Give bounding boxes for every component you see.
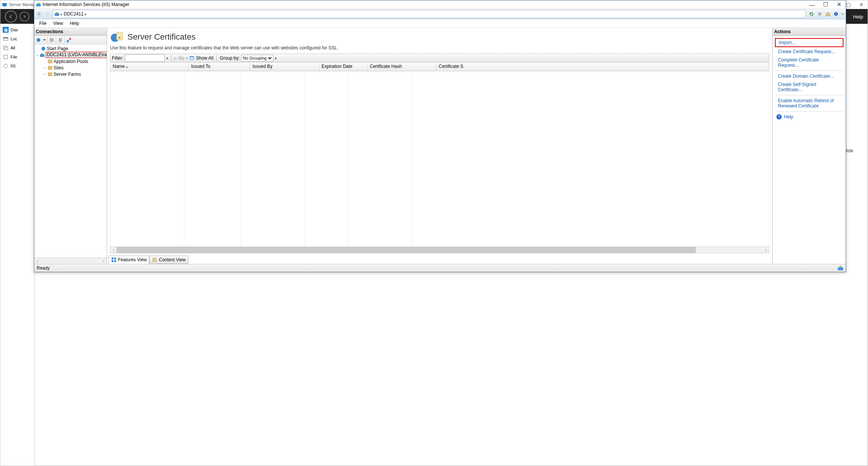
tree-server-node[interactable]: ⌄ DDC2411 (LVDA-ANSIBLE\ran: [34, 52, 107, 58]
svg-rect-3: [3, 37, 8, 38]
scroll-left-icon[interactable]: ‹: [110, 248, 116, 252]
action-import[interactable]: Import...: [775, 38, 844, 47]
filter-dropdown-icon[interactable]: ▾: [166, 56, 168, 60]
svg-rect-33: [112, 258, 113, 259]
iis-back-button[interactable]: [35, 10, 43, 18]
svg-rect-38: [152, 259, 157, 260]
filter-label: Filter:: [112, 55, 123, 61]
col-issued-by[interactable]: Issued By: [250, 63, 319, 71]
svg-rect-18: [50, 38, 54, 42]
delete-button[interactable]: [57, 37, 64, 43]
tab-content-view[interactable]: Content View: [149, 256, 188, 264]
help-dropdown-button[interactable]: ?: [832, 10, 840, 18]
menu-file[interactable]: File: [36, 20, 50, 27]
connections-hscroll[interactable]: ‹ ›: [34, 258, 107, 264]
tab-features-label: Features View: [118, 257, 147, 262]
help-icon: ?: [776, 114, 782, 120]
tree-sites[interactable]: › Sites: [34, 64, 107, 71]
sm-side-nav: ▦ Das Loc All File: [0, 24, 35, 466]
menu-help[interactable]: Help: [66, 20, 83, 27]
filter-input[interactable]: [125, 54, 165, 62]
page-title: Server Certificates: [127, 32, 196, 42]
scroll-right-icon[interactable]: ›: [101, 259, 107, 263]
nav-file-services[interactable]: File: [0, 52, 34, 61]
iis-maximize-button[interactable]: ☐: [819, 0, 832, 9]
tab-features-view[interactable]: Features View: [109, 256, 149, 264]
col-store[interactable]: Certificate S: [436, 63, 769, 71]
col-name[interactable]: Name: [110, 63, 189, 71]
server-node-icon: [40, 52, 45, 58]
status-config-icon[interactable]: [837, 265, 844, 271]
up-level-button[interactable]: [66, 37, 72, 43]
svg-rect-37: [152, 258, 157, 259]
home-button[interactable]: [824, 10, 832, 18]
grid-body[interactable]: [110, 71, 769, 246]
breadcrumb[interactable]: ▸ DDC2411 ▸: [52, 10, 806, 18]
go-button[interactable]: Go: [178, 55, 184, 61]
connections-tree[interactable]: Start Page ⌄ DDC2411 (LVDA-ANSIBLE\ran A…: [34, 44, 107, 258]
close-button[interactable]: ✕: [855, 0, 868, 9]
tree-expand-icon[interactable]: ›: [43, 72, 47, 76]
scroll-right-icon[interactable]: ›: [763, 248, 769, 252]
nav-iis[interactable]: IIS: [0, 61, 34, 71]
connect-button[interactable]: [35, 37, 42, 43]
server-manager-icon: [2, 2, 7, 7]
iis-forward-button[interactable]: [43, 10, 52, 18]
tab-content-label: Content View: [159, 257, 185, 262]
col-expiration[interactable]: Expiration Date: [319, 63, 367, 71]
filter-bar: Filter: ▾ ▹ Go ▾ Show All Group by: No G…: [110, 54, 769, 63]
iis-manager-window: Internet Information Services (IIS) Mana…: [34, 0, 846, 272]
connect-dropdown[interactable]: [43, 37, 46, 43]
col-hash[interactable]: Certificate Hash: [367, 63, 436, 71]
app-pools-icon: [47, 59, 53, 64]
help-dropdown-arrow[interactable]: [840, 10, 845, 18]
actions-pane: Actions Import... Create Certificate Req…: [773, 28, 846, 264]
save-button[interactable]: [48, 37, 55, 43]
svg-rect-12: [55, 13, 59, 16]
iis-close-button[interactable]: ✕: [832, 0, 846, 9]
breadcrumb-server[interactable]: DDC2411: [64, 11, 84, 17]
tree-server-farms[interactable]: › Server Farms: [34, 71, 107, 77]
nav-all-servers[interactable]: All: [0, 43, 34, 52]
tree-collapse-icon[interactable]: ⌄: [36, 53, 39, 57]
svg-rect-1: [4, 6, 5, 7]
tree-app-pools[interactable]: Application Pools: [34, 58, 107, 64]
group-by-select[interactable]: No Grouping: [241, 55, 273, 61]
action-complete-request[interactable]: Complete Certificate Request...: [775, 56, 844, 69]
tree-expand-icon[interactable]: ›: [43, 66, 47, 70]
refresh-button[interactable]: [807, 10, 816, 18]
nav-back-button[interactable]: [5, 11, 17, 23]
col-issued-to[interactable]: Issued To: [189, 63, 250, 71]
iis-address-bar: ▸ DDC2411 ▸ ?: [34, 9, 846, 19]
groupby-extra-dropdown-icon[interactable]: ▾: [275, 56, 277, 60]
tree-start-page[interactable]: Start Page: [34, 45, 107, 52]
show-all-button[interactable]: Show All: [196, 55, 213, 61]
go-dropdown-icon[interactable]: ▾: [186, 56, 188, 60]
iis-minimize-button[interactable]: —: [805, 0, 819, 9]
nav-forward-button[interactable]: [20, 12, 29, 21]
nav-local-server[interactable]: Loc: [0, 34, 34, 43]
connections-toolbar: [34, 36, 107, 44]
sites-icon: [47, 65, 53, 71]
grid-header[interactable]: Name Issued To Issued By Expiration Date…: [110, 63, 769, 71]
action-create-request[interactable]: Create Certificate Request...: [775, 48, 844, 55]
grid-hscroll[interactable]: ‹ ›: [110, 247, 769, 253]
features-view-icon: [111, 257, 116, 262]
svg-point-22: [41, 47, 45, 51]
breadcrumb-sep-icon: ▸: [85, 12, 87, 16]
scroll-left-icon[interactable]: ‹: [34, 259, 40, 263]
nav-all-label: All: [11, 46, 15, 50]
action-help[interactable]: ? Help: [775, 113, 844, 121]
sm-menu-help[interactable]: Help: [853, 14, 863, 20]
breadcrumb-sep-icon: ▸: [61, 12, 63, 16]
stop-button[interactable]: [816, 10, 824, 18]
action-create-domain[interactable]: Create Domain Certificate...: [775, 72, 844, 80]
action-enable-rebind[interactable]: Enable Automatic Rebind of Renewed Certi…: [775, 97, 844, 110]
svg-rect-8: [36, 4, 41, 6]
action-create-self-signed[interactable]: Create Self-Signed Certificate...: [775, 81, 844, 94]
svg-point-20: [67, 40, 69, 42]
nav-dashboard[interactable]: ▦ Das: [0, 25, 34, 34]
nav-dashboard-label: Das: [11, 28, 18, 32]
menu-view[interactable]: View: [50, 20, 66, 27]
svg-point-11: [45, 12, 50, 16]
